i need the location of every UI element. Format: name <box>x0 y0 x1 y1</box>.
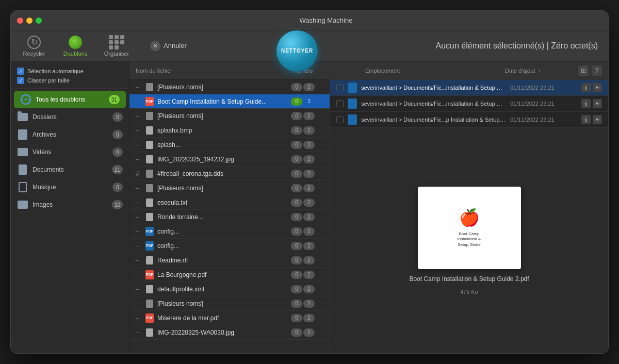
option-selection-auto[interactable]: ✓ Sélection automatique <box>17 68 123 75</box>
rp-checkbox[interactable] <box>336 116 344 123</box>
help-icon[interactable]: ? <box>592 65 602 76</box>
table-row[interactable]: – IMG-20220325-WA0030.jpg 0 2 <box>129 325 330 340</box>
sidebar-label-videos: Vidéos <box>32 148 108 156</box>
rp-row-actions: ℹ 👁 <box>581 83 602 92</box>
badge-0: 0 <box>291 271 302 279</box>
organiser-tool[interactable]: Organiser <box>104 35 129 57</box>
file-type-icon: PDF <box>145 270 154 279</box>
table-row[interactable]: – IMG_20220325_194232.jpg 0 2 <box>129 152 330 167</box>
table-row[interactable]: – PDF config... 0 2 <box>129 239 330 253</box>
table-row[interactable]: – defaultprofile.xml 0 2 <box>129 282 330 296</box>
file-name: #fireball_corona.tga.dds <box>157 170 282 177</box>
rp-list-row[interactable]: severinvaillant > Documents/Fic...Instal… <box>330 80 608 96</box>
table-row[interactable]: – PDF Boot Camp Installation & Setup Gui… <box>129 94 330 109</box>
table-row[interactable]: – [Plusieurs noms] 0 2 <box>129 296 330 311</box>
col-header-filename: Nom du fichier <box>136 68 282 74</box>
badge-count: 2 <box>303 285 315 293</box>
main-body: ✓ Sélection automatique ✓ Classer par ta… <box>11 61 608 353</box>
file-badges: 0 2 <box>282 256 323 264</box>
table-row[interactable]: – splashx.bmp 0 2 <box>129 123 330 138</box>
sidebar-item-musique[interactable]: Musique 0 <box>11 178 129 196</box>
music-icon <box>17 181 28 193</box>
option-classer-taille[interactable]: ✓ Classer par taille <box>17 77 123 84</box>
table-row[interactable]: – esoeula.txt 0 2 <box>129 195 330 210</box>
file-type-icon: PDF <box>145 227 154 236</box>
file-badges: 0 2 <box>282 300 323 308</box>
rp-info-icon[interactable]: ℹ <box>581 115 591 124</box>
file-badges: 0 2 <box>282 227 323 236</box>
sidebar-label-dossiers: Dossiers <box>32 113 108 121</box>
file-name: IMG-20220325-WA0030.jpg <box>157 329 282 336</box>
table-row[interactable]: – Ronde lorraine... 0 2 <box>129 210 330 224</box>
rp-eye-icon[interactable]: 👁 <box>593 83 602 92</box>
table-row[interactable]: # #fireball_corona.tga.dds 0 2 <box>129 167 330 181</box>
sidebar-item-dossiers[interactable]: Dossiers 0 <box>11 108 129 126</box>
rp-file-date: 01/11/2022 23:21 <box>510 101 577 107</box>
table-row[interactable]: – PDF Miserere de la mer.pdf 0 2 <box>129 311 330 325</box>
file-type-icon <box>145 212 154 222</box>
rp-file-path: severinvaillant > Documents/Fic...Instal… <box>361 101 506 107</box>
sidebar-options: ✓ Sélection automatique ✓ Classer par ta… <box>11 63 129 89</box>
rp-file-icon <box>348 98 357 109</box>
badge-0: 0 <box>291 300 302 308</box>
folder-icon <box>17 111 28 123</box>
row-dash: – <box>136 141 142 148</box>
music-icon-shape <box>19 182 27 192</box>
table-row[interactable]: – Readme.rtf 0 2 <box>129 253 330 268</box>
table-row[interactable]: – PDF config... 0 2 <box>129 224 330 239</box>
nettoyer-button[interactable]: NETTOYER <box>276 30 318 72</box>
file-table-body[interactable]: – [Plusieurs noms] 0 2 – PDF Boot Camp I… <box>129 80 330 353</box>
rp-list-row[interactable]: severinvaillant > Documents/Fic...p Inst… <box>330 112 608 128</box>
sidebar-item-archives[interactable]: Archives 0 <box>11 126 129 143</box>
sidebar-item-tous[interactable]: Tous les doublons 31 <box>14 91 126 108</box>
annuler-button[interactable]: ✕ Annuler <box>150 41 187 51</box>
row-dash: # <box>136 170 142 177</box>
recycler-tool[interactable]: Recycler <box>21 35 47 57</box>
file-name: Ronde lorraine... <box>157 213 282 221</box>
rp-eye-icon[interactable]: 👁 <box>593 115 602 124</box>
image-icon-shape <box>18 201 28 209</box>
badge-count: 2 <box>303 256 315 264</box>
rp-info-icon[interactable]: ℹ <box>581 99 591 108</box>
sidebar-item-documents[interactable]: Documents 21 <box>11 161 129 178</box>
file-name: config... <box>157 228 282 235</box>
table-row[interactable]: – PDF La Bourgogne.pdf 0 2 <box>129 268 330 282</box>
right-panel-header: Emplacement Date d'ajout ↑ ⊞ ? <box>330 61 608 80</box>
rp-checkbox[interactable] <box>336 84 344 91</box>
file-name: defaultprofile.xml <box>157 286 282 293</box>
table-row[interactable]: – [Plusieurs noms] 0 2 <box>129 80 330 94</box>
traffic-lights <box>17 18 42 24</box>
sidebar-item-videos[interactable]: Vidéos 0 <box>11 143 129 161</box>
rp-checkbox[interactable] <box>336 100 344 107</box>
sidebar-item-images[interactable]: Images 10 <box>11 196 129 213</box>
video-icon-shape <box>18 148 28 156</box>
view-toggle-icon[interactable]: ⊞ <box>578 65 589 76</box>
row-dash: – <box>136 329 142 336</box>
checkbox-selection-auto[interactable]: ✓ <box>17 68 24 75</box>
minimize-button[interactable] <box>26 18 32 24</box>
sidebar-badge-documents: 21 <box>112 165 123 174</box>
doublons-icon <box>68 35 83 49</box>
annuler-icon: ✕ <box>150 41 160 51</box>
row-dash: – <box>136 199 142 206</box>
file-badges: 0 2 <box>282 184 323 192</box>
rp-list-row[interactable]: severinvaillant > Documents/Fic...Instal… <box>330 96 608 112</box>
rp-eye-icon[interactable]: 👁 <box>593 99 602 108</box>
globe-icon <box>20 94 31 105</box>
table-row[interactable]: – [Plusieurs noms] 0 2 <box>129 181 330 195</box>
table-row[interactable]: – splash... 0 3 <box>129 138 330 152</box>
table-row[interactable]: – [Plusieurs noms] 0 2 <box>129 109 330 123</box>
badge-0: 0 <box>291 155 302 163</box>
file-type-icon <box>145 184 154 193</box>
row-dash: – <box>136 84 142 91</box>
close-button[interactable] <box>17 18 23 24</box>
file-badges: 0 2 <box>282 314 323 322</box>
file-name: Miserere de la mer.pdf <box>157 315 282 322</box>
rp-info-icon[interactable]: ℹ <box>581 83 591 92</box>
fullscreen-button[interactable] <box>36 18 42 24</box>
badge-count: 2 <box>303 271 315 279</box>
rp-file-path: severinvaillant > Documents/Fic...Instal… <box>361 85 506 91</box>
checkbox-classer-taille[interactable]: ✓ <box>17 77 24 84</box>
archive-icon-shape <box>18 129 27 140</box>
doublons-tool[interactable]: Doublons <box>62 35 88 57</box>
